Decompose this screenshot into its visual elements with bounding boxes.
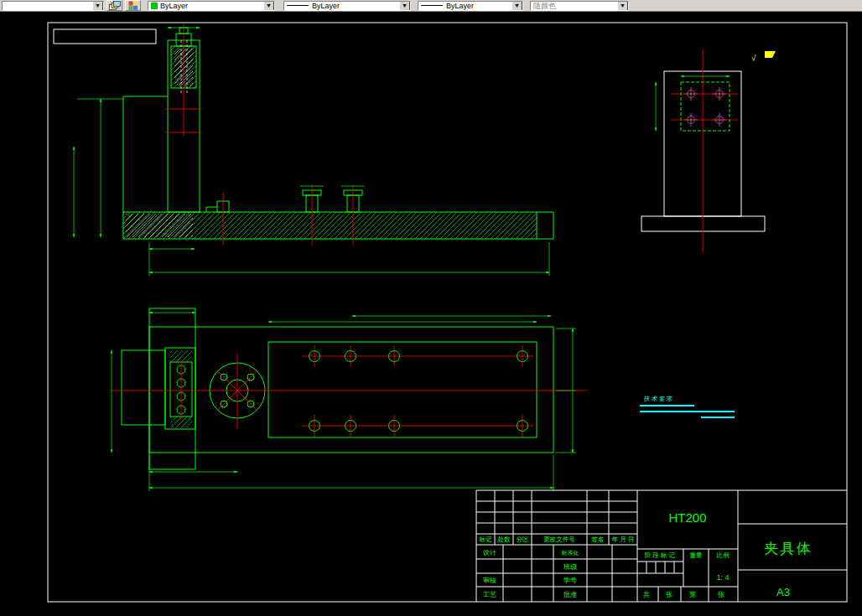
label-approve: 批准 xyxy=(563,591,577,598)
label-weight: 重量 xyxy=(690,551,704,559)
layer-combo[interactable]: ▼ xyxy=(2,1,104,11)
hdr-date: 年 月 日 xyxy=(611,536,635,543)
side-view[interactable] xyxy=(641,49,765,253)
color-grid-icon xyxy=(128,1,138,10)
label-check: 审核 xyxy=(483,577,496,584)
label-class: 班级 xyxy=(563,563,577,571)
label-standardization: 标准化 xyxy=(561,550,579,556)
base-outline xyxy=(641,216,765,231)
chevron-down-icon[interactable]: ▼ xyxy=(263,1,274,11)
label-process: 工艺 xyxy=(483,591,496,598)
material-text: HT200 xyxy=(668,510,706,525)
label-student-no: 学号 xyxy=(563,577,577,584)
lineweight-combo[interactable]: ByLayer ▼ xyxy=(418,1,523,11)
bolt-holes xyxy=(684,87,726,127)
cad-drawing[interactable]: √ xyxy=(0,12,862,616)
plate-holes xyxy=(309,351,528,432)
chevron-down-icon: ▼ xyxy=(617,1,628,11)
notes-title: 技 术 要 求 xyxy=(643,396,672,402)
label-stage-mark: 阶 段 标 记 xyxy=(645,551,676,559)
color-combo[interactable]: ByLayer ▼ xyxy=(148,1,275,11)
properties-toolbar: ▼ ByLayer ▼ ByLayer ▼ ByLayer ▼ 随颜色 ▼ xyxy=(0,0,862,12)
hdr-sign: 签名 xyxy=(592,536,605,543)
hdr-zone: 分区 xyxy=(517,536,530,543)
hdr-count: 处数 xyxy=(497,536,511,543)
scale-value: 1: 4 xyxy=(716,573,729,582)
sheets-ordinal: 第 xyxy=(689,591,696,598)
color-swatch xyxy=(151,3,158,9)
linetype-sample xyxy=(287,5,309,6)
chevron-down-icon[interactable]: ▼ xyxy=(92,1,103,11)
layers-icon xyxy=(109,1,121,10)
lineweight-combo-value: ByLayer xyxy=(446,2,474,10)
plotstyle-combo-value: 随颜色 xyxy=(533,2,556,10)
lineweight-sample xyxy=(421,5,443,6)
sheets-unit1: 张 xyxy=(666,591,672,598)
dimensions xyxy=(656,76,730,131)
front-view[interactable] xyxy=(74,23,553,276)
chevron-down-icon[interactable]: ▼ xyxy=(511,1,522,11)
hdr-docno: 更改文件号 xyxy=(543,536,575,543)
drawing-canvas[interactable]: √ xyxy=(0,12,862,616)
title-block[interactable]: 标记 处数 分区 更改文件号 签名 年 月 日 设计 标准化 班级 审核 学号 … xyxy=(476,490,847,602)
finish-flag-icon xyxy=(765,51,776,58)
color-combo-value: ByLayer xyxy=(160,2,188,10)
layer-states-icon[interactable] xyxy=(125,0,141,11)
label-design: 设计 xyxy=(483,549,496,556)
left-bracket xyxy=(122,350,165,425)
layer-manager-icon[interactable] xyxy=(106,0,122,11)
sheets-total: 共 xyxy=(643,591,650,598)
revision-box xyxy=(54,29,156,44)
linetype-combo-value: ByLayer xyxy=(312,2,340,10)
plotstyle-combo: 随颜色 ▼ xyxy=(530,1,629,11)
tech-notes[interactable]: 技 术 要 求 xyxy=(640,396,735,417)
centerlines xyxy=(671,49,738,253)
column-footprint xyxy=(149,308,195,469)
plan-view[interactable] xyxy=(111,308,587,491)
chevron-down-icon[interactable]: ▼ xyxy=(399,1,410,11)
label-scale: 比例 xyxy=(717,551,730,559)
paper-size: A3 xyxy=(776,586,790,598)
linetype-combo[interactable]: ByLayer ▼ xyxy=(283,1,411,11)
part-name: 夹具体 xyxy=(765,541,813,556)
surface-finish-symbol[interactable]: √ xyxy=(751,51,776,63)
bolt-pattern-box xyxy=(681,82,730,131)
hdr-mark: 标记 xyxy=(479,536,493,543)
sheets-unit2: 张 xyxy=(718,591,724,598)
svg-text:√: √ xyxy=(751,54,756,63)
